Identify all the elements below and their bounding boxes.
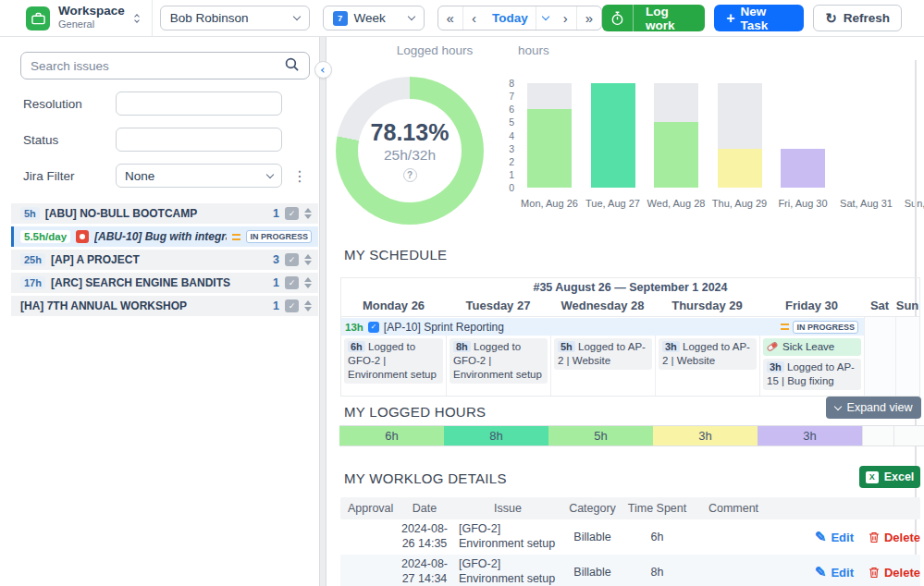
hours-segment[interactable]: 8h (444, 426, 548, 446)
prev-button[interactable]: ‹ (463, 6, 485, 30)
col-category: Category (562, 502, 622, 515)
donut-chart-title: Logged hours (361, 43, 509, 57)
day-header[interactable]: Sat (864, 297, 895, 316)
logged-hours-section-title: MY LOGGED HOURS (344, 404, 486, 420)
logged-hours-bar: 6h8h5h3h3h (339, 425, 924, 446)
logged-hours-donut-chart: 78.13% 25h/32h ? (336, 77, 484, 225)
logged-hours-bar[interactable] (591, 83, 635, 188)
calendar-check-icon[interactable]: ✓ (285, 253, 299, 266)
issue-cell[interactable]: [GFO-2] Environment setup (453, 519, 562, 554)
hours-badge: 5h (20, 207, 40, 220)
project-row[interactable]: 25h [AP] A PROJECT 3 ✓ (11, 250, 318, 270)
sick-leave-chip[interactable]: Sick Leave (763, 338, 861, 356)
jira-filter-select[interactable]: None (116, 164, 282, 188)
bar-chart-ylabel: hours (518, 43, 549, 57)
workspace-icon (26, 6, 50, 31)
worklog-chip[interactable]: 3h Logged to AP-15 | Bug fixing (763, 359, 861, 390)
calendar-check-icon[interactable]: ✓ (285, 276, 299, 289)
y-tick: 7 (499, 91, 514, 102)
scheduled-task-bar[interactable]: 13h ✓ [AP-10] Sprint Reporting IN PROGRE… (341, 318, 864, 336)
help-icon[interactable]: ? (403, 168, 417, 182)
next-button[interactable]: › (555, 6, 576, 30)
new-task-button[interactable]: + New Task (714, 5, 804, 31)
day-header[interactable]: Sun (895, 297, 919, 316)
period-select[interactable]: 7 Week (323, 6, 425, 31)
workspace-switcher[interactable]: Workspace General (26, 0, 153, 37)
time-spent-cell: 6h (622, 531, 692, 543)
collapse-sidebar-button[interactable] (314, 61, 332, 79)
y-tick: 2 (499, 156, 514, 167)
day-header[interactable]: Tuesday 27 (446, 297, 550, 316)
log-work-button[interactable]: Log work (602, 5, 705, 31)
day-cell-friday[interactable]: Sick Leave 3h Logged to AP-15 | Bug fixi… (759, 336, 864, 396)
sort-icon[interactable] (304, 277, 312, 288)
chevron-updown-icon[interactable] (135, 15, 139, 22)
hours-segment[interactable]: 5h (548, 426, 653, 446)
worklog-chip[interactable]: 3h Logged to AP-2 | Website (659, 338, 757, 370)
refresh-label: Refresh (844, 11, 890, 25)
status-filter-row: Status (23, 128, 319, 152)
day-header[interactable]: Thursday 29 (655, 297, 759, 316)
worklog-chip[interactable]: 8h Logged to GFO-2 | Environment setup (450, 338, 548, 384)
delete-button[interactable]: Delete (869, 531, 920, 544)
project-row[interactable]: [HA] 7TH ANNUAL WORKSHOP 1 ✓ (11, 296, 318, 316)
calendar-check-icon[interactable]: ✓ (285, 299, 299, 312)
task-type-icon: ✓ (368, 322, 379, 333)
pill-icon (766, 342, 778, 353)
day-cell-wednesday[interactable]: 5h Logged to AP-2 | Website (550, 336, 655, 396)
hours-segment[interactable]: 3h (653, 426, 758, 446)
day-cell-tuesday[interactable]: 8h Logged to GFO-2 | Environment setup (446, 336, 550, 396)
weekend-cell-sun[interactable] (895, 336, 919, 396)
week-range-label[interactable]: #35 August 26 — September 1 2024 (341, 278, 919, 297)
edit-button[interactable]: ✎Edit (815, 564, 854, 580)
weekend-cell-sat[interactable] (864, 336, 895, 396)
expand-view-button[interactable]: Expand view (826, 397, 921, 419)
sort-icon[interactable] (304, 254, 312, 265)
logged-hours-bar[interactable] (781, 149, 825, 188)
day-header[interactable]: Friday 30 (759, 297, 864, 316)
resolution-input[interactable] (116, 92, 282, 116)
edit-button[interactable]: ✎Edit (815, 529, 854, 545)
logged-hours-bar[interactable] (527, 109, 572, 188)
user-select[interactable]: Bob Robinson (160, 6, 310, 31)
hours-segment[interactable]: 6h (339, 426, 444, 446)
issue-cell[interactable]: [GFO-2] Environment setup (453, 555, 562, 586)
last-page-button[interactable]: » (577, 6, 601, 30)
logged-hours-bar[interactable] (654, 122, 698, 188)
search-input[interactable] (31, 59, 284, 73)
search-icon[interactable] (284, 56, 300, 76)
refresh-button[interactable]: ↻ Refresh (813, 5, 902, 31)
priority-medium-icon (781, 324, 789, 330)
project-row[interactable]: 5h [ABU] NO-BULL BOOTCAMP 1 ✓ (11, 203, 318, 224)
export-excel-button[interactable]: X Excel (859, 466, 920, 488)
trash-icon (869, 531, 880, 543)
sort-icon[interactable] (304, 208, 312, 219)
logged-hours-bar[interactable] (718, 149, 762, 188)
kebab-menu-icon[interactable]: ⋮ (292, 167, 307, 185)
today-button[interactable]: Today (485, 11, 536, 25)
workspace-title: Workspace (58, 5, 125, 18)
day-cell-monday[interactable]: 6h Logged to GFO-2 | Environment setup (341, 336, 446, 396)
day-header[interactable]: Wednesday 28 (550, 297, 655, 316)
category-cell: Billable (562, 566, 622, 579)
schedule-day-headers: Monday 26 Tuesday 27 Wednesday 28 Thursd… (341, 297, 919, 317)
worklog-chip[interactable]: 6h Logged to GFO-2 | Environment setup (344, 338, 443, 384)
chevron-down-icon (266, 170, 274, 177)
issue-count: 3 (273, 253, 279, 266)
project-row[interactable]: 17h [ARC] SEARCH ENGINE BANDITS 1 ✓ (11, 273, 318, 293)
delete-button[interactable]: Delete (869, 566, 920, 580)
calendar-check-icon[interactable]: ✓ (285, 207, 299, 220)
panel-divider[interactable] (319, 37, 326, 586)
first-page-button[interactable]: « (438, 6, 462, 30)
today-dropdown-chevron-icon[interactable] (536, 6, 555, 30)
plus-icon: + (726, 10, 734, 27)
sort-icon[interactable] (304, 300, 312, 311)
issue-row-selected[interactable]: 5.5h/day [ABU-10] Bug with integrations … (11, 226, 318, 247)
schedule-table: #35 August 26 — September 1 2024 Monday … (340, 277, 920, 397)
bug-icon (76, 230, 89, 243)
status-input[interactable] (116, 128, 282, 152)
day-header[interactable]: Monday 26 (341, 297, 446, 316)
worklog-chip[interactable]: 5h Logged to AP-2 | Website (554, 338, 652, 370)
day-cell-thursday[interactable]: 3h Logged to AP-2 | Website (655, 336, 759, 396)
hours-segment[interactable]: 3h (758, 426, 862, 446)
